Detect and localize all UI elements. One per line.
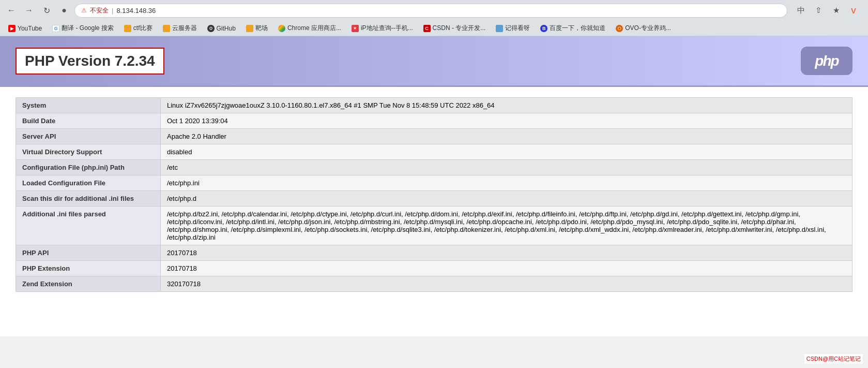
table-row: PHP API20170718	[16, 245, 852, 261]
bookmark-ip-lookup[interactable]: ★ iP地址查询--手机...	[347, 22, 417, 34]
table-cell-value: 20170718	[161, 245, 852, 261]
table-row: Virtual Directory Supportdisabled	[16, 144, 852, 160]
php-version-text: PHP Version 7.2.34	[25, 53, 155, 69]
google-favicon: G	[52, 25, 59, 32]
table-row: Loaded Configuration File/etc/php.ini	[16, 175, 852, 191]
bookmark-chrome-label: Chrome 应用商店...	[287, 24, 341, 33]
table-cell-key: Additional .ini files parsed	[16, 207, 161, 245]
browser-nav: ← → ↻ ● ⚠ 不安全 | 8.134.148.36 中 ⇧ ★ V	[0, 0, 868, 21]
bookmark-ip-label: iP地址查询--手机...	[361, 24, 413, 33]
share-icon[interactable]: ⇧	[811, 3, 826, 18]
bookmark-youtube-label: YouTube	[18, 25, 42, 32]
bookmark-translate-label: 翻译 - Google 搜索	[62, 24, 114, 33]
bookmark-cloud[interactable]: 云服务器	[159, 22, 201, 34]
php-logo: php	[801, 47, 852, 75]
browser-chrome: ← → ↻ ● ⚠ 不安全 | 8.134.148.36 中 ⇧ ★ V ▶ Y…	[0, 0, 868, 36]
bookmark-chrome-store[interactable]: Chrome 应用商店...	[274, 22, 345, 34]
bookmarks-bar: ▶ YouTube G 翻译 - Google 搜索 ctf比赛 云服务器 ⚙ …	[0, 21, 868, 36]
table-row: Zend Extension320170718	[16, 276, 852, 292]
toolbar-icons: 中 ⇧ ★ V	[790, 3, 864, 18]
ctf-folder-icon	[124, 25, 131, 32]
arena-folder-icon	[246, 25, 253, 32]
php-logo-text: php	[815, 53, 838, 69]
bookmark-github-label: GitHub	[217, 25, 236, 32]
bookmark-csdn-label: CSDN - 专业开发...	[433, 24, 486, 33]
bookmark-arena[interactable]: 靶场	[242, 22, 272, 34]
table-cell-key: PHP Extension	[16, 261, 161, 276]
table-cell-key: Scan this dir for additional .ini files	[16, 191, 161, 207]
table-row: PHP Extension20170718	[16, 261, 852, 276]
bookmark-ovo[interactable]: O OVO-专业养鸡...	[612, 22, 675, 34]
baidu-favicon: B	[540, 25, 547, 32]
table-cell-key: PHP API	[16, 245, 161, 261]
table-row: SystemLinux iZ7xv6265j7zjgwoae1ouxZ 3.10…	[16, 98, 852, 113]
csdn-favicon: C	[423, 25, 431, 32]
table-cell-key: Zend Extension	[16, 276, 161, 292]
bookmark-arena-label: 靶场	[255, 24, 268, 33]
reload-button[interactable]: ↻	[39, 3, 54, 18]
bookmark-ovo-label: OVO-专业养鸡...	[625, 24, 671, 33]
address-separator: |	[112, 7, 113, 14]
table-cell-key: Loaded Configuration File	[16, 175, 161, 191]
page-content: PHP Version 7.2.34 php SystemLinux iZ7xv…	[0, 36, 868, 336]
chrome-favicon	[278, 25, 285, 32]
back-button[interactable]: ←	[4, 3, 19, 18]
bookmark-ctf-label: ctf比赛	[133, 24, 153, 33]
bookmark-baidu-label: 百度一下，你就知道	[550, 24, 605, 33]
bookmark-baidu[interactable]: B 百度一下，你就知道	[536, 22, 610, 34]
table-cell-key: Build Date	[16, 113, 161, 129]
github-favicon: ⚙	[207, 25, 215, 32]
jide-favicon	[496, 25, 503, 32]
bookmark-csdn[interactable]: C CSDN - 专业开发...	[419, 22, 490, 34]
bookmark-star-icon[interactable]: ★	[829, 3, 843, 18]
table-row: Scan this dir for additional .ini files/…	[16, 191, 852, 207]
address-bar[interactable]: ⚠ 不安全 | 8.134.148.36	[74, 4, 787, 18]
table-cell-key: Virtual Directory Support	[16, 144, 161, 160]
vivaldi-icon[interactable]: V	[846, 3, 861, 18]
security-label: 不安全	[90, 6, 109, 15]
bookmark-jide-label: 记得看呀	[505, 24, 530, 33]
info-table-wrapper: SystemLinux iZ7xv6265j7zjgwoae1ouxZ 3.10…	[0, 87, 868, 302]
table-cell-key: System	[16, 98, 161, 113]
table-cell-key: Server API	[16, 129, 161, 144]
table-cell-value: /etc/php.d/bz2.ini, /etc/php.d/calendar.…	[161, 207, 852, 245]
table-cell-value: /etc/php.d	[161, 191, 852, 207]
table-cell-value: Apache 2.0 Handler	[161, 129, 852, 144]
translate-icon[interactable]: 中	[794, 3, 808, 18]
table-cell-value: 320170718	[161, 276, 852, 292]
table-cell-value: disabled	[161, 144, 852, 160]
table-row: Configuration File (php.ini) Path/etc	[16, 160, 852, 175]
bookmark-jide[interactable]: 记得看呀	[492, 22, 534, 34]
table-row: Additional .ini files parsed/etc/php.d/b…	[16, 207, 852, 245]
table-row: Build DateOct 1 2020 13:39:04	[16, 113, 852, 129]
bookmark-ctf[interactable]: ctf比赛	[120, 22, 157, 34]
bookmark-google-translate[interactable]: G 翻译 - Google 搜索	[48, 22, 118, 34]
bookmark-cloud-label: 云服务器	[172, 24, 197, 33]
security-icon: ⚠	[81, 7, 87, 14]
table-cell-key: Configuration File (php.ini) Path	[16, 160, 161, 175]
bookmark-youtube[interactable]: ▶ YouTube	[4, 23, 46, 34]
php-header-banner: PHP Version 7.2.34 php	[0, 36, 868, 87]
table-cell-value: Oct 1 2020 13:39:04	[161, 113, 852, 129]
forward-button[interactable]: →	[22, 3, 36, 18]
php-info-table: SystemLinux iZ7xv6265j7zjgwoae1ouxZ 3.10…	[16, 97, 852, 292]
table-row: Server APIApache 2.0 Handler	[16, 129, 852, 144]
ip-favicon: ★	[352, 25, 359, 32]
table-cell-value: Linux iZ7xv6265j7zjgwoae1ouxZ 3.10.0-116…	[161, 98, 852, 113]
home-button[interactable]: ●	[57, 3, 71, 18]
bookmark-github[interactable]: ⚙ GitHub	[203, 23, 240, 34]
address-text: 8.134.148.36	[116, 7, 781, 14]
cloud-folder-icon	[163, 25, 170, 32]
ovo-favicon: O	[616, 25, 623, 32]
youtube-favicon: ▶	[8, 25, 16, 32]
table-cell-value: /etc	[161, 160, 852, 175]
table-cell-value: 20170718	[161, 261, 852, 276]
table-cell-value: /etc/php.ini	[161, 175, 852, 191]
php-version-box: PHP Version 7.2.34	[16, 48, 164, 75]
